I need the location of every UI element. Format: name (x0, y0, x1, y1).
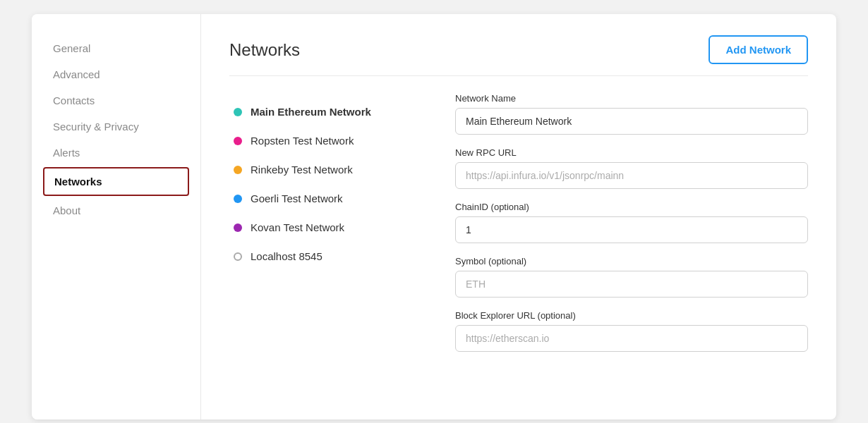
sidebar-item-advanced[interactable]: Advanced (32, 61, 200, 87)
network-dot-blue (234, 195, 242, 203)
form-group-symbol: Symbol (optional) (455, 256, 808, 298)
network-label-kovan: Kovan Test Network (251, 221, 344, 233)
form-group-block-explorer: Block Explorer URL (optional) (455, 310, 808, 352)
symbol-label: Symbol (optional) (455, 256, 808, 266)
network-list: Main Ethereum Network Ropsten Test Netwo… (229, 90, 427, 364)
rpc-url-label: New RPC URL (455, 147, 808, 158)
network-name-label: Network Name (455, 93, 808, 104)
network-label-main-ethereum: Main Ethereum Network (251, 106, 371, 118)
sidebar-item-contacts[interactable]: Contacts (32, 87, 200, 114)
chain-id-label: ChainID (optional) (455, 202, 808, 212)
block-explorer-label: Block Explorer URL (optional) (455, 310, 808, 321)
symbol-input[interactable] (455, 271, 808, 298)
form-group-network-name: Network Name (455, 93, 808, 135)
network-label-goerli: Goerli Test Network (251, 192, 343, 204)
network-item-kovan[interactable]: Kovan Test Network (229, 213, 427, 242)
content-header: Networks Add Network (229, 35, 808, 76)
network-name-input[interactable] (455, 108, 808, 135)
sidebar-item-about[interactable]: About (32, 197, 200, 223)
network-item-goerli[interactable]: Goerli Test Network (229, 184, 427, 213)
block-explorer-input[interactable] (455, 325, 808, 352)
network-dot-purple (234, 223, 242, 232)
network-item-localhost[interactable]: Localhost 8545 (229, 242, 427, 271)
main-content: Networks Add Network Main Ethereum Netwo… (201, 14, 836, 419)
page-title: Networks (229, 40, 300, 60)
sidebar-item-networks[interactable]: Networks (43, 167, 189, 196)
form-group-rpc-url: New RPC URL (455, 147, 808, 189)
form-group-chain-id: ChainID (optional) (455, 202, 808, 243)
sidebar: General Advanced Contacts Security & Pri… (32, 14, 201, 419)
network-dot-empty (234, 252, 242, 261)
network-label-ropsten: Ropsten Test Network (251, 135, 354, 147)
network-label-rinkeby: Rinkeby Test Network (251, 164, 353, 176)
form-panel: Network Name New RPC URL ChainID (option… (455, 90, 808, 364)
sidebar-item-alerts[interactable]: Alerts (32, 140, 200, 166)
chain-id-input[interactable] (455, 216, 808, 243)
sidebar-item-general[interactable]: General (32, 35, 200, 61)
rpc-url-input[interactable] (455, 162, 808, 189)
network-item-main-ethereum[interactable]: Main Ethereum Network (229, 97, 427, 126)
network-dot-yellow (234, 166, 242, 174)
add-network-button[interactable]: Add Network (709, 35, 808, 64)
network-dot-green (234, 108, 242, 116)
network-label-localhost: Localhost 8545 (251, 250, 323, 262)
network-item-ropsten[interactable]: Ropsten Test Network (229, 126, 427, 155)
network-item-rinkeby[interactable]: Rinkeby Test Network (229, 155, 427, 184)
network-dot-pink (234, 137, 242, 145)
sidebar-item-security-privacy[interactable]: Security & Privacy (32, 114, 200, 140)
content-body: Main Ethereum Network Ropsten Test Netwo… (229, 90, 808, 364)
